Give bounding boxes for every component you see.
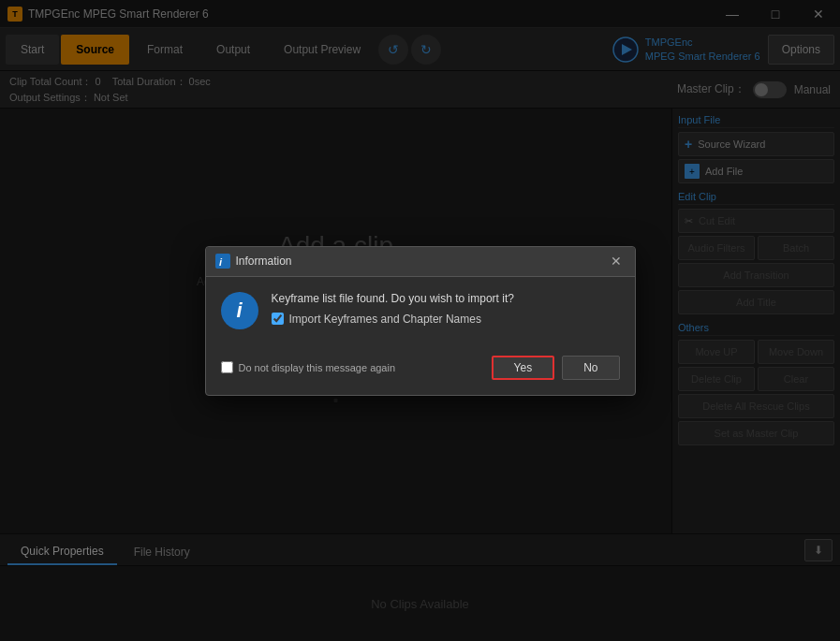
import-keyframes-checkbox[interactable] xyxy=(272,313,284,325)
dialog-body: i Keyframe list file found. Do you wish … xyxy=(206,277,635,356)
dialog-title-text: Information xyxy=(236,255,607,268)
no-show-label: Do not display this message again xyxy=(239,362,396,373)
svg-rect-2 xyxy=(215,254,230,269)
dialog-footer: Do not display this message again Yes No xyxy=(206,356,635,393)
dialog-overlay: i Information ✕ i Keyframe list file fou… xyxy=(0,0,840,641)
dialog-info-content: Keyframe list file found. Do you wish to… xyxy=(272,292,620,326)
import-checkbox-row: Import Keyframes and Chapter Names xyxy=(272,313,620,326)
dialog-info-icon: i xyxy=(221,292,258,329)
dialog-title-icon: i xyxy=(215,254,230,269)
yes-button[interactable]: Yes xyxy=(492,356,555,380)
dialog-close-button[interactable]: ✕ xyxy=(607,252,626,270)
import-keyframes-label: Import Keyframes and Chapter Names xyxy=(289,313,481,326)
no-show-row: Do not display this message again xyxy=(221,361,396,373)
dialog-title-bar: i Information ✕ xyxy=(206,247,635,277)
information-dialog: i Information ✕ i Keyframe list file fou… xyxy=(205,246,636,396)
dialog-info-row: i Keyframe list file found. Do you wish … xyxy=(221,292,620,329)
dialog-buttons: Yes No xyxy=(492,356,620,380)
dialog-message: Keyframe list file found. Do you wish to… xyxy=(272,292,620,305)
no-button[interactable]: No xyxy=(562,356,619,380)
no-show-checkbox[interactable] xyxy=(221,361,233,373)
